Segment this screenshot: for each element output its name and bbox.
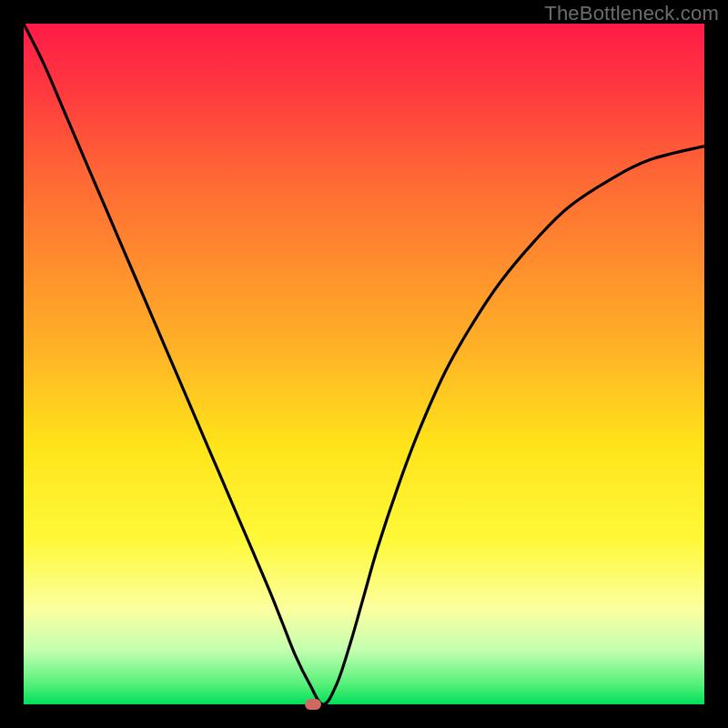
plot-area — [24, 24, 704, 704]
optimal-point-marker — [305, 699, 321, 710]
chart-frame: TheBottleneck.com — [0, 0, 728, 728]
curve-svg — [24, 24, 704, 704]
watermark-text: TheBottleneck.com — [544, 2, 719, 25]
bottleneck-curve-path — [24, 24, 704, 704]
